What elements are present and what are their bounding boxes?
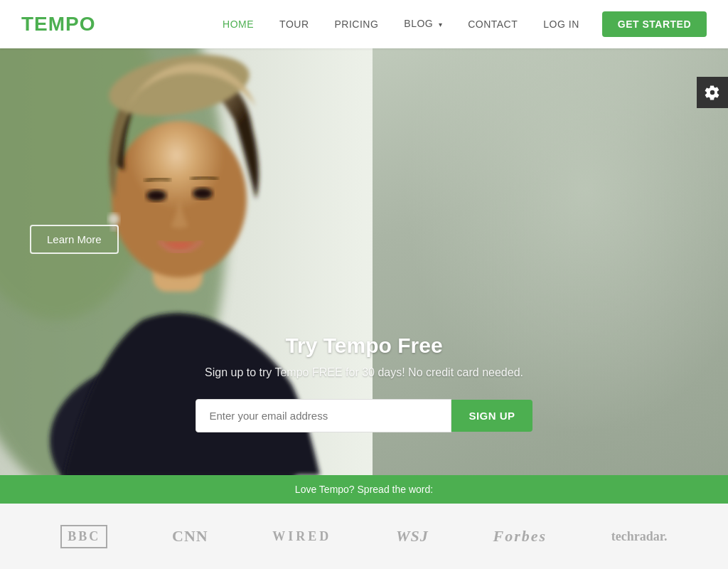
nav-item-login[interactable]: LOG IN [530, 0, 592, 48]
nav-item-tour[interactable]: TOUR [267, 0, 321, 48]
press-logo-cnn: CNN [172, 527, 208, 546]
brand-logo[interactable]: TEMPO [21, 13, 96, 36]
nav-item-blog[interactable]: BLOG ▾ [391, 0, 455, 49]
email-input[interactable] [196, 399, 451, 432]
social-bar-text: Love Tempo? Spread the word: [295, 484, 433, 495]
nav-item-contact[interactable]: CONTACT [455, 0, 530, 48]
signup-button[interactable]: SIGN UP [451, 400, 532, 432]
svg-point-6 [193, 188, 213, 199]
press-logo-wsj: WSJ [396, 527, 429, 546]
hero-section: Learn More Try Tempo Free Sign up to try… [0, 0, 728, 475]
hero-title: Try Tempo Free [14, 334, 714, 358]
svg-point-7 [108, 213, 119, 225]
nav-links: HOME TOUR PRICING BLOG ▾ CONTACT LOG IN … [210, 0, 707, 49]
gear-icon [705, 85, 720, 100]
hero-content: Try Tempo Free Sign up to try Tempo FREE… [0, 334, 728, 432]
svg-point-5 [146, 190, 166, 201]
press-logo-wired: WIRED [272, 529, 331, 544]
nav-item-home[interactable]: HOME [210, 0, 267, 48]
press-logos-section: BBC CNN WIRED WSJ Forbes techradar. [0, 504, 728, 569]
press-logo-forbes: Forbes [493, 527, 547, 546]
learn-more-button[interactable]: Learn More [30, 225, 119, 254]
press-logo-techradar: techradar. [611, 529, 668, 544]
nav-item-pricing[interactable]: PRICING [322, 0, 392, 48]
press-logo-bbc: BBC [60, 525, 107, 548]
hero-subtitle: Sign up to try Tempo FREE for 30 days! N… [14, 366, 714, 379]
chevron-down-icon: ▾ [439, 21, 443, 28]
navbar: TEMPO HOME TOUR PRICING BLOG ▾ CONTACT L… [0, 0, 728, 48]
settings-button[interactable] [697, 77, 728, 108]
hero-signup-form: SIGN UP [14, 399, 714, 432]
social-bar: Love Tempo? Spread the word: [0, 475, 728, 504]
get-started-button[interactable]: GET STARTED [602, 11, 707, 37]
